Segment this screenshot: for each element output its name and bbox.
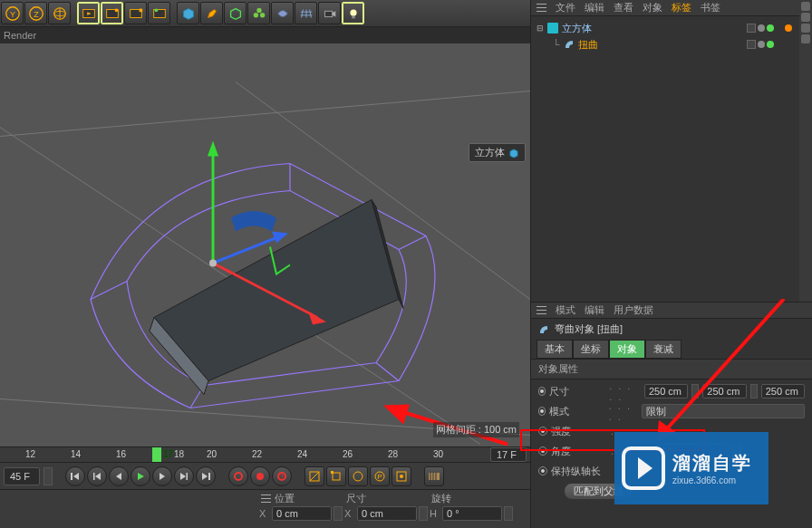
tab-coord[interactable]: 坐标 [573, 340, 609, 359]
editor-dot[interactable] [758, 24, 765, 32]
key-pos-button[interactable] [304, 466, 324, 486]
size-y-input[interactable]: 250 cm [702, 384, 746, 398]
am-menu-userdata[interactable]: 用户数据 [614, 303, 653, 317]
timeline-marker[interactable] [152, 447, 161, 462]
camera-button[interactable] [318, 2, 341, 24]
play-icon [622, 446, 665, 490]
grid-button[interactable] [295, 2, 317, 24]
globe-button[interactable] [48, 2, 71, 24]
rot-h-spinner[interactable] [504, 506, 513, 521]
mode-select[interactable]: 限制 [642, 404, 805, 418]
axis-z-button[interactable]: Z [24, 2, 47, 24]
anim-dot[interactable] [538, 427, 547, 436]
side-icon[interactable] [801, 24, 810, 33]
viewport-object-badge[interactable]: 立方体 [469, 143, 526, 162]
box-button[interactable] [224, 2, 246, 24]
svg-text:?: ? [280, 474, 284, 480]
burger-icon [536, 4, 546, 12]
om-menu-edit[interactable]: 编辑 [585, 1, 604, 14]
ruler-tick: 26 [343, 449, 353, 459]
render-button-3[interactable] [124, 2, 147, 24]
prev-key-button[interactable] [87, 466, 107, 486]
om-menu-tags[interactable]: 标签 [672, 1, 691, 14]
frame-spinner[interactable] [44, 467, 53, 485]
ruler-tick: 22 [252, 449, 262, 459]
editor-dot[interactable] [758, 41, 765, 48]
play-button[interactable] [130, 466, 150, 486]
am-menu: 模式 编辑 用户数据 [531, 302, 812, 319]
tree-item-label: 立方体 [562, 22, 592, 35]
dopesheet-button[interactable] [424, 466, 444, 486]
key-scale-button[interactable] [326, 466, 346, 486]
axis-y-button[interactable]: Y [1, 2, 24, 24]
key-rot-button[interactable] [348, 466, 368, 486]
end-frame-field[interactable]: 45 F [4, 467, 40, 485]
size-x-spinner[interactable] [419, 506, 428, 521]
am-menu-mode[interactable]: 模式 [556, 303, 575, 317]
am-menu-edit[interactable]: 编辑 [585, 303, 604, 317]
pos-head: 位置 [275, 492, 295, 505]
anim-dot[interactable] [538, 446, 547, 456]
ruler-tick: 16 [116, 449, 126, 459]
pen-button[interactable] [200, 2, 223, 24]
render-dot[interactable] [767, 41, 774, 48]
om-menu-file[interactable]: 文件 [556, 1, 575, 14]
render-dot[interactable] [767, 24, 774, 32]
vis-toggle[interactable] [747, 40, 756, 49]
burger-icon [536, 306, 546, 314]
shape-button[interactable] [271, 2, 294, 24]
svg-rect-21 [352, 15, 355, 18]
key-pla-button[interactable] [392, 466, 411, 486]
render-button-4[interactable] [148, 2, 170, 24]
pos-x-field[interactable]: 0 cm [272, 506, 332, 521]
go-start-button[interactable] [65, 466, 85, 486]
record-button[interactable] [228, 466, 248, 486]
tab-object[interactable]: 对象 [609, 340, 645, 359]
next-key-button[interactable] [174, 466, 194, 486]
timeline-ruler[interactable]: 12 14 16 17 18 20 22 24 26 28 30 17 F [0, 446, 530, 463]
am-object-title: 弯曲对象 [扭曲] [531, 319, 812, 340]
tab-falloff[interactable]: 衰减 [645, 340, 682, 359]
size-x-field[interactable]: 0 cm [357, 506, 417, 521]
side-icon[interactable] [801, 13, 810, 22]
om-menu-object[interactable]: 对象 [643, 1, 662, 14]
key-param-button[interactable]: P [370, 466, 390, 486]
prev-frame-button[interactable] [109, 466, 129, 486]
om-menu-bookmarks[interactable]: 书签 [701, 1, 720, 14]
render-button-2[interactable] [101, 2, 123, 24]
tree-expand-icon[interactable]: ⊟ [536, 24, 544, 33]
flower-button[interactable] [247, 2, 270, 24]
tab-basic[interactable]: 基本 [536, 340, 573, 359]
om-menu-view[interactable]: 查看 [614, 1, 633, 14]
anim-dot[interactable] [538, 387, 546, 396]
vis-toggle[interactable] [747, 24, 756, 33]
side-icon[interactable] [801, 34, 810, 43]
cube-button[interactable] [177, 2, 199, 24]
size-z-input[interactable]: 250 cm [761, 384, 805, 398]
rot-h-field[interactable]: 0 ° [442, 506, 502, 521]
render-button-1[interactable] [77, 2, 100, 24]
size-x-input[interactable]: 250 cm [644, 384, 688, 398]
anim-dot[interactable] [538, 407, 546, 416]
anim-dot[interactable] [538, 466, 547, 475]
viewport-badge-label: 立方体 [475, 146, 505, 159]
light-button[interactable] [342, 2, 364, 24]
object-tree[interactable]: ⊟ 立方体 └ 扭曲 [531, 16, 799, 302]
spinner[interactable] [750, 384, 758, 398]
autokey-button[interactable] [250, 466, 270, 486]
svg-marker-45 [95, 473, 101, 480]
ruler-tick: 28 [388, 449, 398, 459]
next-frame-button[interactable] [152, 466, 172, 486]
viewport[interactable]: 立方体 网格间距 : 100 cm [0, 43, 530, 446]
pos-x-spinner[interactable] [334, 506, 343, 521]
go-end-button[interactable] [196, 466, 216, 486]
svg-point-10 [114, 8, 118, 12]
spinner[interactable] [691, 384, 699, 398]
svg-rect-12 [139, 8, 142, 12]
current-frame-field[interactable]: 17 F [490, 447, 527, 462]
key-opts-button[interactable]: ? [272, 466, 292, 486]
svg-marker-39 [272, 232, 288, 244]
side-icon[interactable] [801, 2, 810, 11]
tag-dot[interactable] [785, 24, 792, 32]
svg-point-20 [350, 9, 356, 15]
